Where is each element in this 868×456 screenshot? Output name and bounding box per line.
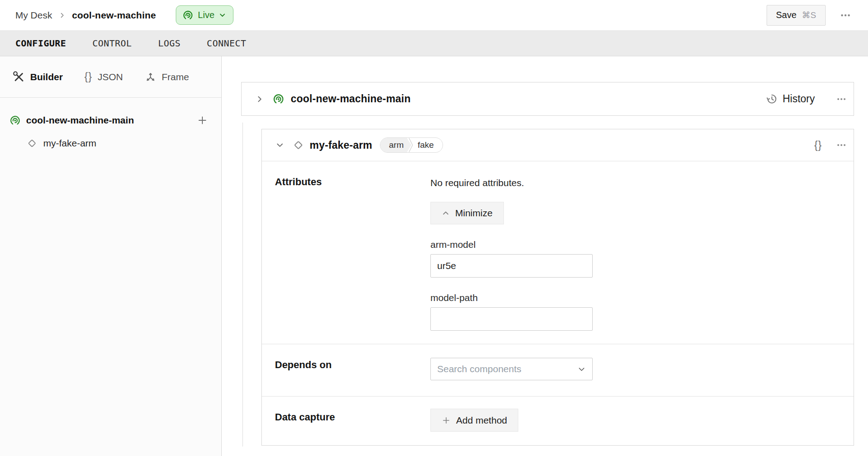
history-label: History [782,93,815,105]
tree-item-label: cool-new-machine-main [26,115,134,126]
breadcrumb: My Desk cool-new-machine [15,10,156,21]
add-component-button[interactable] [197,115,208,126]
tree-item-part[interactable]: cool-new-machine-main [0,110,221,131]
view-tab-label: Frame [162,72,189,82]
machine-menu-button[interactable] [839,9,852,22]
attributes-section: Attributes No required attributes. Minim… [262,161,854,344]
component-card-header: my-fake-arm arm fake {} [262,129,854,161]
chevron-up-icon [442,209,450,217]
component-card: my-fake-arm arm fake {} Attributes [261,129,854,446]
plus-icon [442,416,451,425]
component-menu-button[interactable] [836,139,847,151]
machine-tree: cool-new-machine-main my-fake-arm [0,98,221,154]
config-main-area: cool-new-machine-main History [222,56,868,456]
save-shortcut: ⌘S [802,10,816,20]
view-tab-frame[interactable]: Frame [145,71,189,83]
minimize-label: Minimize [455,208,493,219]
edit-json-icon[interactable]: {} [814,139,822,151]
add-method-button[interactable]: Add method [430,409,518,432]
save-label: Save [776,10,797,20]
part-card-title: cool-new-machine-main [291,93,411,105]
frame-axes-icon [145,71,156,83]
depends-on-section: Depends on Search components [262,344,854,396]
data-capture-section: Data capture Add method [262,396,854,445]
arm-model-label: arm-model [430,239,854,250]
tab-logs[interactable]: LOGS [158,38,181,49]
collapse-chevron-icon[interactable] [275,141,284,150]
depends-on-section-label: Depends on [275,344,430,380]
badge-type: arm [380,138,411,152]
view-tab-label: JSON [98,72,123,82]
part-menu-button[interactable] [836,93,847,105]
arm-model-input[interactable] [430,254,593,278]
chevron-right-icon [59,12,66,19]
component-type-badge: arm fake [380,137,443,153]
minimize-button[interactable]: Minimize [430,202,504,224]
machine-nav-tabs: CONFIGURE CONTROL LOGS CONNECT [0,30,868,56]
tab-configure[interactable]: CONFIGURE [15,38,66,49]
top-bar: My Desk cool-new-machine Live Save ⌘S [0,0,868,30]
no-required-attributes-text: No required attributes. [430,178,854,188]
machine-name: cool-new-machine [72,10,156,21]
machine-status-badge[interactable]: Live [176,5,233,25]
viam-spiral-icon [182,9,194,21]
part-card: cool-new-machine-main History [241,82,854,116]
history-button[interactable]: History [766,93,815,105]
breadcrumb-parent[interactable]: My Desk [15,10,52,21]
chevron-down-icon [577,365,586,374]
view-tab-json[interactable]: {} JSON [84,71,123,83]
tools-icon [13,71,25,83]
history-clock-icon [766,93,778,105]
tree-connector-line [242,123,243,447]
tab-connect[interactable]: CONNECT [207,38,247,49]
add-method-label: Add method [456,415,507,426]
depends-on-dropdown[interactable]: Search components [430,358,593,380]
tree-item-component[interactable]: my-fake-arm [0,133,221,154]
config-sidebar: Builder {} JSON Frame [0,56,222,456]
depends-on-placeholder: Search components [437,364,577,374]
component-card-title: my-fake-arm [310,139,372,151]
config-view-tabs: Builder {} JSON Frame [0,56,221,98]
view-tab-label: Builder [30,72,63,82]
chevron-down-icon [219,11,226,19]
status-label: Live [198,10,215,20]
expand-chevron-icon[interactable] [255,95,264,104]
view-tab-builder[interactable]: Builder [13,71,63,83]
viam-part-icon [9,114,21,127]
braces-icon: {} [84,71,92,83]
component-diamond-icon [26,137,38,149]
data-capture-section-label: Data capture [275,397,430,432]
tree-item-label: my-fake-arm [43,138,96,149]
save-button[interactable]: Save ⌘S [767,5,826,26]
tab-control[interactable]: CONTROL [92,38,132,49]
attributes-section-label: Attributes [275,161,430,331]
badge-model: fake [413,138,443,152]
model-path-label: model-path [430,292,854,303]
viam-part-icon [272,93,285,105]
component-diamond-icon [292,139,305,151]
model-path-input[interactable] [430,307,593,331]
